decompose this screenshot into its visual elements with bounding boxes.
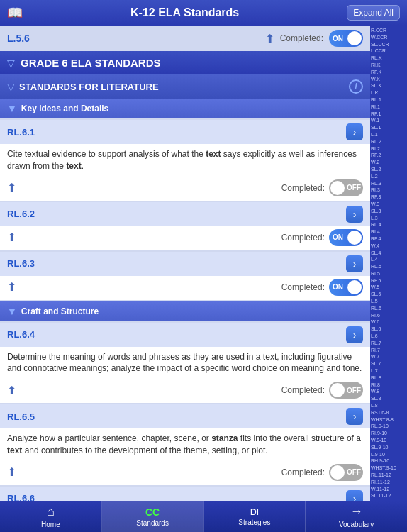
sidebar-item[interactable]: RI.2 — [371, 145, 406, 153]
sidebar-item[interactable]: W.4 — [371, 243, 406, 250]
sidebar-item[interactable]: L.9-10 — [371, 451, 406, 458]
sidebar-item[interactable]: RL.2 — [371, 138, 406, 145]
sidebar-item[interactable]: L.CCR — [371, 48, 406, 55]
sidebar-item[interactable]: RF.1 — [371, 111, 406, 118]
sidebar-item[interactable]: SL.11-12 — [371, 492, 406, 499]
sidebar-item[interactable]: RF.K — [371, 69, 406, 76]
sidebar-item[interactable]: W.2 — [371, 159, 406, 166]
rl61-chevron[interactable]: › — [346, 123, 363, 140]
sidebar-item[interactable]: RI.5 — [371, 270, 406, 277]
sidebar-item[interactable]: W.5 — [371, 284, 406, 291]
sidebar-item[interactable]: RL.7 — [371, 340, 406, 347]
sidebar-item[interactable]: RST.6-8 — [371, 409, 406, 416]
sidebar-item[interactable]: RL.K — [371, 55, 406, 62]
sidebar-item[interactable]: RI.1 — [371, 104, 406, 111]
sidebar-item[interactable]: RL.11-12 — [371, 472, 406, 479]
rl62-chevron[interactable]: › — [346, 206, 363, 223]
sidebar-item[interactable]: W.8 — [371, 388, 406, 395]
sidebar-item[interactable]: W.CCR — [371, 34, 406, 41]
sidebar-item[interactable]: SL.8 — [371, 395, 406, 402]
sidebar-item[interactable]: L.K — [371, 89, 406, 96]
sidebar-item[interactable]: RL.8 — [371, 375, 406, 382]
sidebar-item[interactable]: SL.5 — [371, 291, 406, 298]
sidebar-item[interactable]: RF.5 — [371, 277, 406, 284]
key-ideas-expand-icon[interactable]: ▼ — [7, 103, 17, 114]
sidebar-item[interactable]: W.9-10 — [371, 437, 406, 444]
nav-standards[interactable]: CC Standards — [102, 501, 203, 532]
rl63-toggle[interactable]: ON — [329, 279, 363, 296]
sidebar-item[interactable]: RI.K — [371, 62, 406, 69]
sidebar-item[interactable]: L.1 — [371, 131, 406, 138]
sidebar-item[interactable]: RI.6 — [371, 312, 406, 319]
sidebar-item[interactable]: L.3 — [371, 215, 406, 222]
sidebar-item[interactable]: RI.9-10 — [371, 430, 406, 437]
rl61-share-icon[interactable]: ⬆ — [7, 181, 16, 194]
sidebar-item[interactable]: RI.4 — [371, 228, 406, 235]
sidebar-item[interactable]: RF.2 — [371, 152, 406, 159]
sidebar-item[interactable]: SL.3 — [371, 208, 406, 215]
rl66-chevron[interactable]: › — [346, 490, 363, 501]
sidebar-item[interactable]: W.6 — [371, 318, 406, 326]
rl65-chevron[interactable]: › — [346, 408, 363, 425]
rl65-share-icon[interactable]: ⬆ — [7, 465, 16, 479]
sidebar-item[interactable]: SL.CCR — [371, 41, 406, 48]
rl65-toggle[interactable]: OFF — [329, 464, 363, 481]
rl64-toggle[interactable]: OFF — [329, 382, 363, 399]
nav-vocabulary[interactable]: → Vocabulary — [306, 501, 407, 532]
sidebar-item[interactable]: SL.1 — [371, 124, 406, 131]
sidebar-item[interactable]: SL.K — [371, 82, 406, 89]
rl64-footer-right: Completed: OFF — [281, 382, 363, 399]
l56-toggle[interactable]: ON — [329, 30, 363, 47]
sidebar-item[interactable]: W.K — [371, 76, 406, 83]
rl61-label: RL.6.1 — [7, 127, 35, 138]
sidebar-item[interactable]: RF.3 — [371, 194, 406, 201]
rl64-chevron[interactable]: › — [346, 326, 363, 343]
sidebar-item[interactable]: W.3 — [371, 201, 406, 208]
info-icon[interactable]: i — [349, 79, 363, 94]
sidebar-item[interactable]: WHST.9-10 — [371, 465, 406, 472]
nav-home[interactable]: ⌂ Home — [0, 501, 101, 532]
sidebar-item[interactable]: W.7 — [371, 353, 406, 360]
sidebar-item[interactable]: RI.11-12 — [371, 479, 406, 486]
sidebar-item[interactable]: RI.8 — [371, 382, 406, 389]
sidebar-item[interactable]: RI.3 — [371, 187, 406, 194]
sidebar-item[interactable]: RI.7 — [371, 347, 406, 354]
rl64-share-icon[interactable]: ⬆ — [7, 384, 16, 397]
rl63-chevron[interactable]: › — [346, 255, 363, 272]
share-icon[interactable]: ⬆ — [265, 32, 274, 45]
sidebar-item[interactable]: RL.1 — [371, 96, 406, 104]
expand-all-button[interactable]: Expand All — [347, 5, 400, 21]
rl62-share-icon[interactable]: ⬆ — [7, 231, 16, 244]
sidebar-item[interactable]: R.CCR — [371, 27, 406, 34]
lit-expand-icon[interactable]: ▽ — [7, 81, 15, 92]
sidebar-item[interactable]: WHST.8-8 — [371, 416, 406, 423]
sidebar-item[interactable]: SL.4 — [371, 250, 406, 257]
sidebar-item[interactable]: RL.4 — [371, 221, 406, 228]
rl63-share-icon[interactable]: ⬆ — [7, 280, 16, 294]
nav-strategies[interactable]: DI Strategies — [204, 501, 306, 532]
sidebar-item[interactable]: SL.7 — [371, 360, 406, 367]
craft-expand-icon[interactable]: ▼ — [7, 306, 17, 317]
sidebar-item[interactable]: W.1 — [371, 117, 406, 124]
l56-label[interactable]: L.5.6 — [7, 33, 30, 44]
sidebar-item[interactable]: SL.2 — [371, 166, 406, 173]
sidebar-item[interactable]: RF.4 — [371, 235, 406, 243]
sidebar-item[interactable]: L.4 — [371, 256, 406, 263]
sidebar-item[interactable]: L.7 — [371, 367, 406, 375]
grade-expand-icon[interactable]: ▽ — [7, 57, 15, 69]
rl62-toggle[interactable]: ON — [329, 229, 363, 246]
sidebar-item[interactable]: W.11-12 — [371, 486, 406, 493]
standard-rl61: RL.6.1 › Cite textual evidence to suppor… — [0, 120, 370, 201]
sidebar-item[interactable]: RL.9-10 — [371, 423, 406, 430]
sidebar-item[interactable]: L.8 — [371, 402, 406, 409]
sidebar-item[interactable]: L.2 — [371, 173, 406, 180]
sidebar-item[interactable]: RL.3 — [371, 180, 406, 187]
sidebar-item[interactable]: RL.5 — [371, 263, 406, 270]
sidebar-item[interactable]: L.5 — [371, 298, 406, 305]
sidebar-item[interactable]: RL.6 — [371, 305, 406, 312]
rl61-toggle[interactable]: OFF — [329, 179, 363, 196]
sidebar-item[interactable]: L.6 — [371, 333, 406, 340]
sidebar-item[interactable]: SL.9-10 — [371, 444, 406, 451]
sidebar-item[interactable]: SL.6 — [371, 326, 406, 333]
sidebar-item[interactable]: RH.9-10 — [371, 458, 406, 465]
